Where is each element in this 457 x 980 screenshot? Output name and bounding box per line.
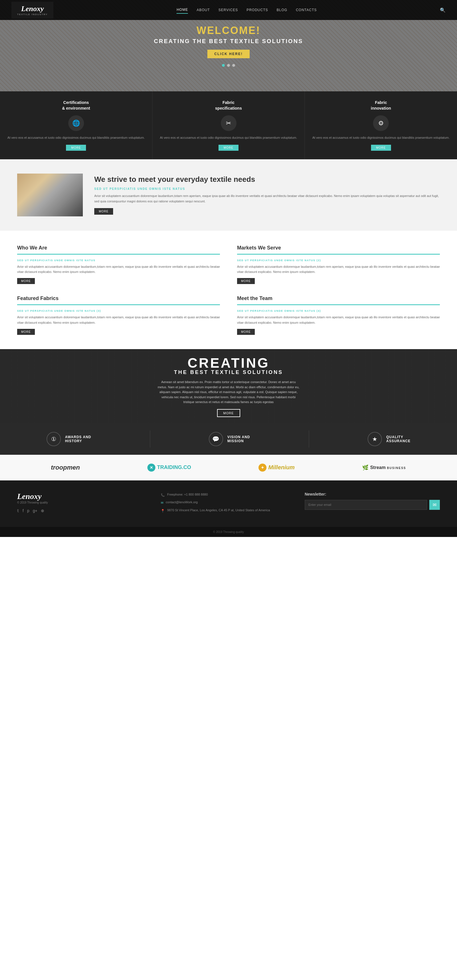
nav-home[interactable]: HOME [177, 6, 188, 14]
copyright-text: © 2019 Throwing quality [213, 530, 244, 533]
parallax-subtitle: THE BEST TEXTILE SOLUTIONS [157, 369, 300, 375]
feature-innovation-desc: At vero eos et accusamus et iusto odio d… [311, 135, 451, 140]
traiding-icon: ✕ [147, 464, 155, 472]
certifications-icon: 🌐 [68, 115, 84, 131]
search-icon[interactable]: 🔍 [440, 8, 446, 13]
parallax-desc: Aenean sit amet bibendum ex. Proin matti… [157, 380, 300, 405]
certifications-more-button[interactable]: MORE [66, 145, 86, 151]
facebook-icon[interactable]: f [22, 508, 24, 513]
nav-services[interactable]: SERVICES [218, 6, 238, 13]
parallax-more-button[interactable]: MORE [217, 409, 240, 417]
col-team-more-button[interactable]: MORE [237, 329, 255, 335]
col-fabrics: Featured Fabrics SED UT PERSPICIATIS UND… [17, 296, 220, 334]
about-desc: Arior sit voluptatem accusantium dolorem… [94, 193, 440, 204]
partners-bar: troopmen ✕ TRAIDING.CO ✦ Millenium 🌿 Str… [0, 455, 457, 480]
github-icon[interactable]: ⊕ [41, 508, 44, 513]
stat-divider-2 [309, 431, 309, 448]
parallax-banner: CREATING THE BEST TEXTILE SOLUTIONS Aene… [0, 349, 457, 423]
col-who-tagline: SED UT PERSPICIATIS UNDE OMNIS ISTE NATU… [17, 259, 220, 262]
col-team-desc: Arior sit voluptatem accusantium dolorem… [237, 315, 440, 325]
parallax-title: CREATING [157, 355, 300, 371]
col-fabrics-more-button[interactable]: MORE [17, 329, 35, 335]
feature-certifications: Certifications& environment 🌐 At vero eo… [0, 91, 153, 159]
stream-logo-text: Stream BUSINESS [370, 465, 406, 470]
awards-text: AWARDS ANDHISTORY [65, 435, 91, 443]
dot-3[interactable] [232, 64, 235, 67]
troopmen-logo-text: troopmen [51, 464, 80, 471]
col-markets: Markets We Serve SED UT PERSPICIATIS UND… [237, 245, 440, 284]
col-who-more-button[interactable]: MORE [17, 278, 35, 284]
stats-bar: ① AWARDS ANDHISTORY 💬 VISION ANDMISSION … [0, 423, 457, 455]
feature-specifications-desc: At vero eos et accusamus et iusto odio d… [158, 135, 299, 140]
vision-title: VISION ANDMISSION [227, 435, 250, 443]
traiding-logo-text: TRAIDING.CO [157, 465, 191, 471]
hero-welcome: WELCOME! [154, 25, 303, 37]
specifications-more-button[interactable]: MORE [218, 145, 239, 151]
newsletter-submit-button[interactable]: ✉ [429, 500, 440, 510]
newsletter-label: Newsletter: [305, 492, 440, 496]
col-markets-more-button[interactable]: MORE [237, 278, 255, 284]
footer-newsletter-section: Newsletter: ✉ [305, 492, 440, 515]
col-who-desc: Arior sit voluptatem accusantium dolorem… [17, 264, 220, 275]
google-plus-icon[interactable]: g+ [33, 508, 37, 513]
millenium-icon: ✦ [258, 464, 266, 472]
feature-certifications-title: Certifications& environment [6, 100, 146, 111]
nav-about[interactable]: ABOUT [196, 6, 210, 13]
stat-vision: 💬 VISION ANDMISSION [209, 432, 250, 446]
quality-icon: ★ [368, 432, 382, 446]
col-fabrics-title: Featured Fabrics [17, 296, 220, 305]
nav-blog[interactable]: BLOG [277, 6, 287, 13]
features-bar: Certifications& environment 🌐 At vero eo… [0, 91, 457, 159]
awards-icon: ① [46, 432, 61, 446]
newsletter-email-input[interactable] [305, 500, 427, 510]
col-team-tagline: SED UT PERSPICIATIS UNDE OMNIS ISTE NATU… [237, 309, 440, 312]
col-team: Meet the Team SED UT PERSPICIATIS UNDE O… [237, 296, 440, 334]
partner-stream: 🌿 Stream BUSINESS [362, 465, 406, 471]
specifications-icon: ✂ [221, 115, 237, 131]
logo-text: Lenoxy [21, 5, 44, 13]
col-markets-desc: Arior sit voluptatem accusantium dolorem… [237, 264, 440, 275]
about-more-button[interactable]: MORE [94, 208, 113, 215]
about-title: We strive to meet your everyday textile … [94, 175, 440, 184]
quality-text: QUALITYASSURANCE [386, 435, 411, 443]
header: Lenoxy textile industry HOME ABOUT SERVI… [0, 0, 457, 20]
col-team-title: Meet the Team [237, 296, 440, 305]
about-text: We strive to meet your everyday textile … [94, 175, 440, 215]
parallax-content: CREATING THE BEST TEXTILE SOLUTIONS Aene… [157, 355, 300, 417]
footer-address: 📍 9870 St Vincent Place, Los Angeles, CA… [161, 508, 296, 514]
feature-specifications: Fabricspecifications ✂ At vero eos et ac… [153, 91, 305, 159]
innovation-more-button[interactable]: MORE [371, 145, 391, 151]
nav-products[interactable]: PRODUCTS [247, 6, 268, 13]
logo-box: Lenoxy textile industry [11, 2, 53, 19]
footer-logo-section: Lenoxy © 2019 Throwing quality 𝕥 f p g+ … [17, 492, 152, 515]
partner-troopmen: troopmen [51, 464, 80, 471]
footer-contact-section: 📞 Freephone: +1 800 888 8880 ✉ contact@l… [161, 492, 296, 515]
vision-icon: 💬 [209, 432, 223, 446]
col-fabrics-desc: Arior sit voluptatem accusantium dolorem… [17, 315, 220, 325]
hero-cta-button[interactable]: CLICK HERE! [207, 50, 249, 58]
two-col-section: Who We Are SED UT PERSPICIATIS UNDE OMNI… [0, 231, 457, 349]
twitter-icon[interactable]: 𝕥 [17, 508, 19, 513]
nav-contacts[interactable]: CONTACTS [296, 6, 317, 13]
footer-phone: 📞 Freephone: +1 800 888 8880 [161, 492, 296, 498]
copyright: © 2019 Throwing quality [0, 527, 457, 537]
feature-specifications-title: Fabricspecifications [158, 100, 299, 111]
stream-icon: 🌿 [362, 465, 368, 471]
about-tagline: SED UT PERSPICIATIS UNDE OMNIS ISTE NATU… [94, 187, 440, 190]
pinterest-icon[interactable]: p [27, 508, 29, 513]
email-icon: ✉ [161, 500, 163, 506]
footer-email: ✉ contact@lenoWork.org [161, 500, 296, 506]
col-fabrics-tagline: SED UT PERSPICIATIS UNDE OMNIS ISTE NATU… [17, 309, 220, 312]
partner-traiding: ✕ TRAIDING.CO [147, 464, 191, 472]
partner-millenium: ✦ Millenium [258, 464, 295, 472]
feature-innovation-title: Fabricinnovation [311, 100, 451, 111]
logo-subtitle: textile industry [17, 13, 48, 16]
dot-1[interactable] [222, 64, 225, 67]
dot-2[interactable] [227, 64, 230, 67]
col-markets-title: Markets We Serve [237, 245, 440, 255]
quality-title: QUALITYASSURANCE [386, 435, 411, 443]
footer-social: 𝕥 f p g+ ⊕ [17, 508, 152, 513]
phone-icon: 📞 [161, 492, 165, 498]
stat-quality: ★ QUALITYASSURANCE [368, 432, 411, 446]
vision-text: VISION ANDMISSION [227, 435, 250, 443]
